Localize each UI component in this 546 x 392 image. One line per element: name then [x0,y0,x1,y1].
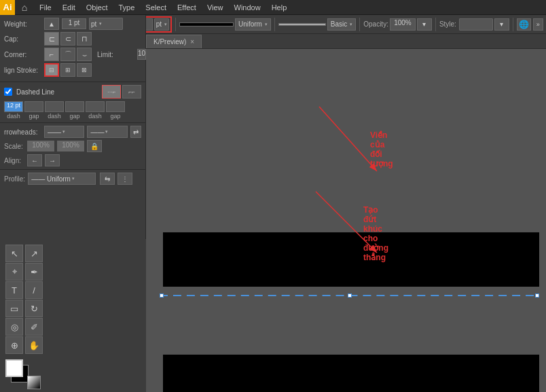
style-dropdown[interactable] [459,18,493,31]
align-right-btn[interactable]: → [45,154,60,166]
tab-close-btn[interactable]: × [190,38,194,46]
hand-tool-btn[interactable]: ✋ [25,336,43,354]
rectangle-tool-btn[interactable]: ▭ [5,300,23,317]
annotation-border-text: Viền của đối tượng [370,130,393,168]
menu-type[interactable]: Type [113,2,141,13]
divider-3 [274,18,275,31]
arrowhead-start-dropdown[interactable]: ——▾ [44,126,84,138]
scale-input-2[interactable]: 100% [57,141,84,152]
swap-colors-btn[interactable] [27,376,41,389]
cap-buttons: ⊏ ⊂ ⊓ [44,32,92,46]
zoom-tool-btn[interactable]: ⊕ [5,336,23,354]
align-stroke-row: lign Stroke: ⊟ ⊞ ⊠ [4,63,141,77]
lasso-tool-btn[interactable]: ⌖ [5,263,23,281]
home-icon[interactable]: ⌂ [15,0,34,15]
dashed-style-btn-2[interactable]: ⌐⌐ [122,85,141,99]
menu-object[interactable]: Object [81,2,113,13]
corner-btn-bevel[interactable]: ⌣ [77,48,92,61]
menu-window[interactable]: Window [229,2,266,13]
dash-lbl-4: gap [65,113,84,120]
weight-unit-dropdown[interactable]: pt ▾ [89,18,123,30]
align-outside-btn[interactable]: ⊠ [77,63,92,77]
stroke-properties-panel: Weight: ▲ 1 pt pt ▾ Cap: ⊏ ⊂ ⊓ Corner: ⌐… [0,15,145,82]
arrowheads-section: rrowheads: ——▾ ——▾ ⇄ Scale: 100% 100% 🔒 … [0,123,145,170]
canvas-tab[interactable]: K/Preview) × [146,35,202,48]
dash-lbl-5: dash [86,113,105,120]
profile-options-btn[interactable]: ⋮ [117,173,132,185]
dash-lbl-6: gap [106,113,125,120]
stroke-unit-dropdown[interactable]: pt ▾ [154,18,169,31]
stroke-preview-section: Uniform▾ [179,18,271,31]
menu-file[interactable]: File [34,2,57,13]
corner-btn-miter[interactable]: ⌐ [44,48,59,61]
cap-btn-round[interactable]: ⊂ [60,32,75,46]
menu-view[interactable]: View [202,2,229,13]
rotate-tool-btn[interactable]: ↻ [25,300,43,317]
handle-mid[interactable] [348,293,352,298]
basic-dropdown[interactable]: Basic▾ [327,18,356,31]
type-tool-btn[interactable]: T [5,281,23,299]
align-stroke-buttons: ⊟ ⊞ ⊠ [44,63,92,77]
dashed-style-btn-1[interactable]: ⋯⌐ [102,85,121,99]
weight-row: Weight: ▲ 1 pt pt ▾ [4,18,141,30]
dash-input-1[interactable]: 12 pt [4,101,23,112]
annotation-dashed-text: Tạo đứt khúc cho đường thẳng [363,205,388,262]
menu-edit[interactable]: Edit [57,2,81,13]
line-tool-btn[interactable]: / [25,281,43,299]
arrowhead-end-dropdown[interactable]: ——▾ [87,126,127,138]
corner-row: Corner: ⌐ ⌒ ⌣ Limit: 10 × [4,48,141,61]
menu-effect[interactable]: Effect [172,2,202,13]
handle-left[interactable] [160,293,164,298]
profile-dropdown[interactable]: —— Uniform▾ [28,173,96,185]
app-icon: Ai [0,0,15,15]
foreground-color-box[interactable] [5,359,23,377]
menu-help[interactable]: Help [266,2,293,13]
pen-tool-btn[interactable]: ✒ [25,263,43,281]
eyedropper-tool-btn[interactable]: ✐ [25,318,43,336]
menu-select[interactable]: Select [140,2,172,13]
style-label: Style: [439,20,456,28]
align-inside-btn[interactable]: ⊞ [60,63,75,77]
dash-lbl-3: dash [45,113,64,120]
style-section: Style: ▾ [439,18,509,31]
cap-btn-square[interactable]: ⊓ [77,32,92,46]
scale-row: Scale: 100% 100% 🔒 [4,140,141,152]
profile-flip-btn[interactable]: ⇆ [100,173,115,185]
align-center-btn[interactable]: ⊟ [44,63,59,77]
menu-bar: Ai ⌂ File Edit Object Type Select Effect… [0,0,546,15]
dash-input-6[interactable] [106,101,125,112]
scale-input-1[interactable]: 100% [27,141,54,152]
profile-label: Profile: [4,175,25,183]
uniform-dropdown[interactable]: Uniform▾ [235,18,271,31]
direct-selection-tool-btn[interactable]: ↗ [25,245,43,262]
left-panel: Weight: ▲ 1 pt pt ▾ Cap: ⊏ ⊂ ⊓ Corner: ⌐… [0,15,146,392]
dash-labels-row: dash gap dash gap dash gap [4,113,141,120]
align-left-btn[interactable]: ← [27,154,42,166]
arrowhead-swap-btn[interactable]: ⇄ [130,126,141,138]
weight-spinner-up[interactable]: ▲ [44,18,59,30]
opacity-dropdown-btn[interactable]: ▾ [417,18,432,31]
arrowhead-align-row: Align: ← → [4,154,141,166]
profile-section: Profile: —— Uniform▾ ⇆ ⋮ [0,170,145,188]
dash-input-5[interactable] [86,101,105,112]
color-section [5,359,41,389]
dashed-line-checkbox[interactable] [4,88,12,96]
dash-input-3[interactable] [45,101,64,112]
expand-btn[interactable]: » [533,18,543,31]
opacity-input[interactable]: 100% [390,18,416,31]
arrowhead-row: rrowheads: ——▾ ——▾ ⇄ [4,126,141,138]
dash-input-2[interactable] [24,101,43,112]
cap-btn-flat[interactable]: ⊏ [44,32,59,46]
handle-right[interactable] [535,293,539,298]
blend-tool-btn[interactable]: ◎ [5,318,23,336]
style-dropdown-btn[interactable]: ▾ [494,18,509,31]
globe-btn[interactable]: 🌐 [517,18,531,31]
scale-link-btn[interactable]: 🔒 [87,140,102,152]
dashed-style-buttons: ⋯⌐ ⌐⌐ [102,85,141,99]
limit-input[interactable]: 10 [137,49,146,60]
weight-input[interactable]: 1 pt [62,18,86,29]
selection-tool-btn[interactable]: ↖ [5,245,23,262]
divider-6 [513,18,513,31]
dash-input-4[interactable] [65,101,84,112]
corner-btn-round[interactable]: ⌒ [60,48,75,61]
